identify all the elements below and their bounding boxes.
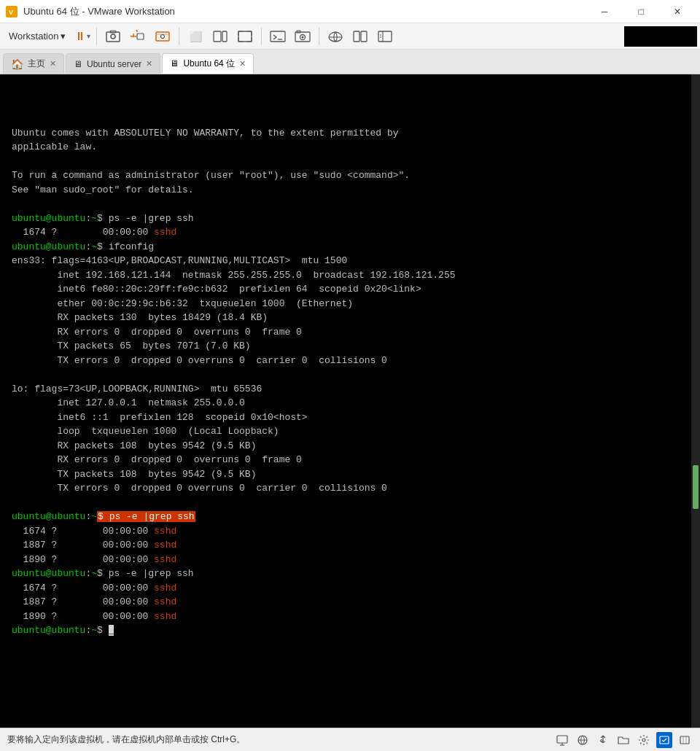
toolbar-separator-1 xyxy=(96,28,97,45)
svg-point-3 xyxy=(111,34,115,39)
scrollbar[interactable] xyxy=(691,74,700,728)
svg-point-7 xyxy=(161,34,165,38)
console-button[interactable] xyxy=(266,26,289,47)
toolbar-separator-3 xyxy=(261,28,262,45)
tab-ubuntu-server[interactable]: 🖥 Ubuntu server ✕ xyxy=(66,53,160,74)
svg-point-15 xyxy=(302,36,304,38)
status-folder-icon[interactable] xyxy=(615,732,631,748)
svg-rect-18 xyxy=(378,31,392,42)
workstation-dropdown-arrow: ▾ xyxy=(61,31,66,42)
toolbar-right-display xyxy=(624,26,697,47)
home-icon: 🏠 xyxy=(11,58,23,70)
svg-rect-16 xyxy=(354,31,359,42)
svg-rect-2 xyxy=(106,32,120,42)
status-stretch-icon[interactable] xyxy=(677,732,693,748)
settings-button[interactable] xyxy=(151,26,174,47)
status-settings-icon[interactable] xyxy=(636,732,652,748)
minimize-button[interactable]: ─ xyxy=(588,0,621,23)
svg-rect-10 xyxy=(238,31,252,42)
tab-ubuntu-server-close[interactable]: ✕ xyxy=(146,60,152,68)
tab-ubuntu64-label: Ubuntu 64 位 xyxy=(183,58,235,70)
ubuntu-server-icon: 🖥 xyxy=(74,59,82,69)
workstation-label: Workstation xyxy=(9,31,58,42)
status-bar: 要将输入定向到该虚拟机，请在虚拟机内部单击或按 Ctrl+G。 xyxy=(0,728,700,751)
view-button-2[interactable] xyxy=(209,26,232,47)
svg-point-22 xyxy=(642,739,645,742)
status-network-icon[interactable] xyxy=(575,732,591,748)
tab-home-close[interactable]: ✕ xyxy=(50,60,56,68)
status-active-icon[interactable] xyxy=(656,732,672,748)
svg-rect-24 xyxy=(680,736,689,744)
main-content[interactable]: Ubuntu comes with ABSOLUTELY NO WARRANTY… xyxy=(0,74,700,728)
svg-rect-5 xyxy=(137,34,144,39)
split-view-button[interactable] xyxy=(349,26,372,47)
vmware-icon: V xyxy=(6,6,18,17)
tab-ubuntu64-close[interactable]: ✕ xyxy=(239,60,246,68)
title-bar: V Ubuntu 64 位 - VMware Workstation ─ □ ✕ xyxy=(0,0,700,23)
toolbar-separator-4 xyxy=(319,28,319,45)
status-message: 要将输入定向到该虚拟机，请在虚拟机内部单击或按 Ctrl+G。 xyxy=(7,734,245,746)
status-vm-icon[interactable] xyxy=(554,732,570,748)
ubuntu64-icon: 🖥 xyxy=(170,58,179,69)
pause-icon: ⏸ xyxy=(74,30,86,43)
tab-home[interactable]: 🏠 主页 ✕ xyxy=(3,53,64,74)
tab-ubuntu-server-label: Ubuntu server xyxy=(87,59,141,69)
maximize-button[interactable]: □ xyxy=(624,0,658,23)
pause-button[interactable]: ⏸ ▾ xyxy=(73,26,92,47)
svg-text:V: V xyxy=(9,9,13,16)
workstation-menu[interactable]: Workstation ▾ xyxy=(3,28,71,44)
title-bar-left: V Ubuntu 64 位 - VMware Workstation xyxy=(6,5,175,18)
window-title: Ubuntu 64 位 - VMware Workstation xyxy=(23,5,175,18)
snapshot-button[interactable] xyxy=(101,26,125,47)
svg-rect-17 xyxy=(361,31,367,42)
svg-rect-23 xyxy=(660,736,669,744)
svg-rect-11 xyxy=(271,31,285,42)
svg-rect-6 xyxy=(156,32,169,41)
terminal-output: Ubuntu comes with ABSOLUTELY NO WARRANTY… xyxy=(12,128,456,637)
tab-ubuntu64[interactable]: 🖥 Ubuntu 64 位 ✕ xyxy=(162,53,254,74)
tabs-bar: 🏠 主页 ✕ 🖥 Ubuntu server ✕ 🖥 Ubuntu 64 位 ✕ xyxy=(0,50,700,74)
scrollbar-thumb[interactable] xyxy=(693,465,699,509)
fullscreen-button[interactable] xyxy=(233,26,257,47)
svg-rect-19 xyxy=(557,736,567,743)
network-button[interactable] xyxy=(324,26,347,47)
status-icons xyxy=(554,732,693,748)
close-button[interactable]: ✕ xyxy=(661,0,694,23)
sidebar-toggle-button[interactable] xyxy=(373,26,397,47)
view-button-1[interactable]: ⬜ xyxy=(184,26,207,47)
svg-rect-9 xyxy=(222,31,227,42)
terminal[interactable]: Ubuntu comes with ABSOLUTELY NO WARRANTY… xyxy=(0,74,700,728)
toolbar: Workstation ▾ ⏸ ▾ ⬜ xyxy=(0,23,700,50)
revert-button[interactable] xyxy=(126,26,149,47)
svg-rect-8 xyxy=(214,31,221,42)
status-usb-icon[interactable] xyxy=(595,732,611,748)
pause-dropdown-arrow: ▾ xyxy=(87,32,90,40)
screenshot-button[interactable] xyxy=(291,26,314,47)
toolbar-separator-2 xyxy=(179,28,179,45)
window-controls: ─ □ ✕ xyxy=(588,0,694,23)
tab-home-label: 主页 xyxy=(28,58,45,70)
